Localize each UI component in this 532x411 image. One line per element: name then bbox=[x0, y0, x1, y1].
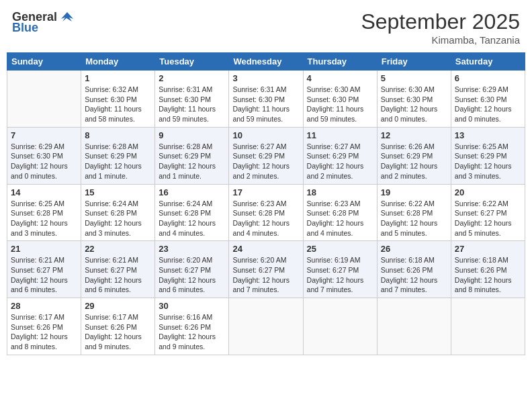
day-info: Sunrise: 6:21 AM Sunset: 6:27 PM Dayligh… bbox=[85, 255, 151, 295]
day-info: Sunrise: 6:18 AM Sunset: 6:26 PM Dayligh… bbox=[455, 255, 521, 295]
day-number: 18 bbox=[307, 187, 373, 197]
month-title: September 2025 bbox=[361, 9, 520, 34]
day-number: 22 bbox=[85, 244, 151, 254]
calendar-table: SundayMondayTuesdayWednesdayThursdayFrid… bbox=[7, 52, 525, 355]
calendar-cell: 16Sunrise: 6:24 AM Sunset: 6:28 PM Dayli… bbox=[155, 184, 229, 241]
day-number: 1 bbox=[85, 73, 151, 83]
calendar-cell: 24Sunrise: 6:20 AM Sunset: 6:27 PM Dayli… bbox=[229, 241, 303, 298]
day-info: Sunrise: 6:32 AM Sunset: 6:30 PM Dayligh… bbox=[85, 85, 151, 124]
calendar-cell: 14Sunrise: 6:25 AM Sunset: 6:28 PM Dayli… bbox=[7, 184, 81, 241]
day-number: 3 bbox=[232, 73, 299, 83]
weekday-header: Tuesday bbox=[155, 53, 229, 71]
calendar-week-row: 1Sunrise: 6:32 AM Sunset: 6:30 PM Daylig… bbox=[7, 71, 525, 128]
logo: General Blue bbox=[12, 9, 75, 34]
calendar-cell: 1Sunrise: 6:32 AM Sunset: 6:30 PM Daylig… bbox=[81, 71, 155, 128]
day-info: Sunrise: 6:17 AM Sunset: 6:26 PM Dayligh… bbox=[85, 312, 151, 352]
calendar-cell: 25Sunrise: 6:19 AM Sunset: 6:27 PM Dayli… bbox=[303, 241, 377, 298]
day-number: 17 bbox=[232, 187, 299, 197]
calendar-cell: 11Sunrise: 6:27 AM Sunset: 6:29 PM Dayli… bbox=[303, 127, 377, 184]
weekday-header: Thursday bbox=[303, 53, 377, 71]
calendar-cell: 26Sunrise: 6:18 AM Sunset: 6:26 PM Dayli… bbox=[377, 241, 451, 298]
day-number: 26 bbox=[381, 244, 447, 254]
day-info: Sunrise: 6:22 AM Sunset: 6:28 PM Dayligh… bbox=[381, 199, 447, 238]
calendar-cell bbox=[451, 298, 525, 355]
weekday-header: Sunday bbox=[7, 53, 81, 71]
calendar-cell bbox=[377, 298, 451, 355]
day-info: Sunrise: 6:24 AM Sunset: 6:28 PM Dayligh… bbox=[159, 199, 225, 238]
day-number: 2 bbox=[159, 73, 225, 83]
logo-blue-text: Blue bbox=[12, 21, 38, 34]
calendar-cell: 2Sunrise: 6:31 AM Sunset: 6:30 PM Daylig… bbox=[155, 71, 229, 128]
calendar-cell: 22Sunrise: 6:21 AM Sunset: 6:27 PM Dayli… bbox=[81, 241, 155, 298]
day-number: 27 bbox=[455, 244, 521, 254]
day-info: Sunrise: 6:25 AM Sunset: 6:28 PM Dayligh… bbox=[11, 199, 77, 238]
day-info: Sunrise: 6:22 AM Sunset: 6:27 PM Dayligh… bbox=[455, 199, 521, 238]
calendar-cell: 7Sunrise: 6:29 AM Sunset: 6:30 PM Daylig… bbox=[7, 127, 81, 184]
day-number: 24 bbox=[232, 244, 299, 254]
calendar-cell: 13Sunrise: 6:25 AM Sunset: 6:29 PM Dayli… bbox=[451, 127, 525, 184]
calendar-cell: 20Sunrise: 6:22 AM Sunset: 6:27 PM Dayli… bbox=[451, 184, 525, 241]
calendar-header-row: SundayMondayTuesdayWednesdayThursdayFrid… bbox=[7, 53, 525, 71]
day-number: 19 bbox=[381, 187, 447, 197]
day-info: Sunrise: 6:24 AM Sunset: 6:28 PM Dayligh… bbox=[85, 199, 151, 238]
day-number: 12 bbox=[381, 130, 447, 140]
day-info: Sunrise: 6:20 AM Sunset: 6:27 PM Dayligh… bbox=[232, 255, 299, 295]
day-info: Sunrise: 6:18 AM Sunset: 6:26 PM Dayligh… bbox=[381, 255, 447, 295]
calendar-cell: 19Sunrise: 6:22 AM Sunset: 6:28 PM Dayli… bbox=[377, 184, 451, 241]
day-number: 29 bbox=[85, 301, 151, 311]
day-info: Sunrise: 6:16 AM Sunset: 6:26 PM Dayligh… bbox=[159, 312, 225, 352]
day-info: Sunrise: 6:20 AM Sunset: 6:27 PM Dayligh… bbox=[159, 255, 225, 295]
day-number: 10 bbox=[232, 130, 299, 140]
calendar-cell: 17Sunrise: 6:23 AM Sunset: 6:28 PM Dayli… bbox=[229, 184, 303, 241]
day-number: 4 bbox=[307, 73, 373, 83]
day-info: Sunrise: 6:23 AM Sunset: 6:28 PM Dayligh… bbox=[307, 199, 373, 238]
weekday-header: Monday bbox=[81, 53, 155, 71]
calendar-cell: 10Sunrise: 6:27 AM Sunset: 6:29 PM Dayli… bbox=[229, 127, 303, 184]
calendar-cell: 23Sunrise: 6:20 AM Sunset: 6:27 PM Dayli… bbox=[155, 241, 229, 298]
day-number: 21 bbox=[11, 244, 77, 254]
day-info: Sunrise: 6:31 AM Sunset: 6:30 PM Dayligh… bbox=[159, 85, 225, 124]
calendar-week-row: 28Sunrise: 6:17 AM Sunset: 6:26 PM Dayli… bbox=[7, 298, 525, 355]
calendar-cell: 12Sunrise: 6:26 AM Sunset: 6:29 PM Dayli… bbox=[377, 127, 451, 184]
day-info: Sunrise: 6:21 AM Sunset: 6:27 PM Dayligh… bbox=[11, 255, 77, 295]
logo-bird-icon bbox=[60, 9, 75, 24]
day-info: Sunrise: 6:30 AM Sunset: 6:30 PM Dayligh… bbox=[381, 85, 447, 124]
day-number: 30 bbox=[159, 301, 225, 311]
day-info: Sunrise: 6:23 AM Sunset: 6:28 PM Dayligh… bbox=[232, 199, 299, 238]
location: Kimamba, Tanzania bbox=[361, 34, 520, 46]
day-number: 14 bbox=[11, 187, 77, 197]
day-info: Sunrise: 6:19 AM Sunset: 6:27 PM Dayligh… bbox=[307, 255, 373, 295]
title-block: September 2025 Kimamba, Tanzania bbox=[361, 9, 520, 46]
day-number: 11 bbox=[307, 130, 373, 140]
day-number: 5 bbox=[381, 73, 447, 83]
day-info: Sunrise: 6:27 AM Sunset: 6:29 PM Dayligh… bbox=[232, 142, 299, 181]
calendar-cell: 3Sunrise: 6:31 AM Sunset: 6:30 PM Daylig… bbox=[229, 71, 303, 128]
svg-marker-0 bbox=[61, 12, 73, 21]
calendar-cell: 28Sunrise: 6:17 AM Sunset: 6:26 PM Dayli… bbox=[7, 298, 81, 355]
day-number: 9 bbox=[159, 130, 225, 140]
day-info: Sunrise: 6:29 AM Sunset: 6:30 PM Dayligh… bbox=[455, 85, 521, 124]
day-info: Sunrise: 6:17 AM Sunset: 6:26 PM Dayligh… bbox=[11, 312, 77, 352]
day-info: Sunrise: 6:28 AM Sunset: 6:29 PM Dayligh… bbox=[85, 142, 151, 181]
calendar-cell: 27Sunrise: 6:18 AM Sunset: 6:26 PM Dayli… bbox=[451, 241, 525, 298]
weekday-header: Friday bbox=[377, 53, 451, 71]
calendar-cell: 4Sunrise: 6:30 AM Sunset: 6:30 PM Daylig… bbox=[303, 71, 377, 128]
calendar-cell: 18Sunrise: 6:23 AM Sunset: 6:28 PM Dayli… bbox=[303, 184, 377, 241]
calendar-cell bbox=[7, 71, 81, 128]
calendar-cell bbox=[229, 298, 303, 355]
day-number: 13 bbox=[455, 130, 521, 140]
calendar-week-row: 7Sunrise: 6:29 AM Sunset: 6:30 PM Daylig… bbox=[7, 127, 525, 184]
day-number: 20 bbox=[455, 187, 521, 197]
calendar-cell: 5Sunrise: 6:30 AM Sunset: 6:30 PM Daylig… bbox=[377, 71, 451, 128]
calendar-cell: 21Sunrise: 6:21 AM Sunset: 6:27 PM Dayli… bbox=[7, 241, 81, 298]
calendar-cell: 8Sunrise: 6:28 AM Sunset: 6:29 PM Daylig… bbox=[81, 127, 155, 184]
calendar-cell: 6Sunrise: 6:29 AM Sunset: 6:30 PM Daylig… bbox=[451, 71, 525, 128]
weekday-header: Wednesday bbox=[229, 53, 303, 71]
calendar-week-row: 21Sunrise: 6:21 AM Sunset: 6:27 PM Dayli… bbox=[7, 241, 525, 298]
day-info: Sunrise: 6:28 AM Sunset: 6:29 PM Dayligh… bbox=[159, 142, 225, 181]
page-header: General Blue September 2025 Kimamba, Tan… bbox=[7, 7, 525, 48]
day-info: Sunrise: 6:31 AM Sunset: 6:30 PM Dayligh… bbox=[232, 85, 299, 124]
day-info: Sunrise: 6:27 AM Sunset: 6:29 PM Dayligh… bbox=[307, 142, 373, 181]
calendar-cell: 30Sunrise: 6:16 AM Sunset: 6:26 PM Dayli… bbox=[155, 298, 229, 355]
day-number: 23 bbox=[159, 244, 225, 254]
